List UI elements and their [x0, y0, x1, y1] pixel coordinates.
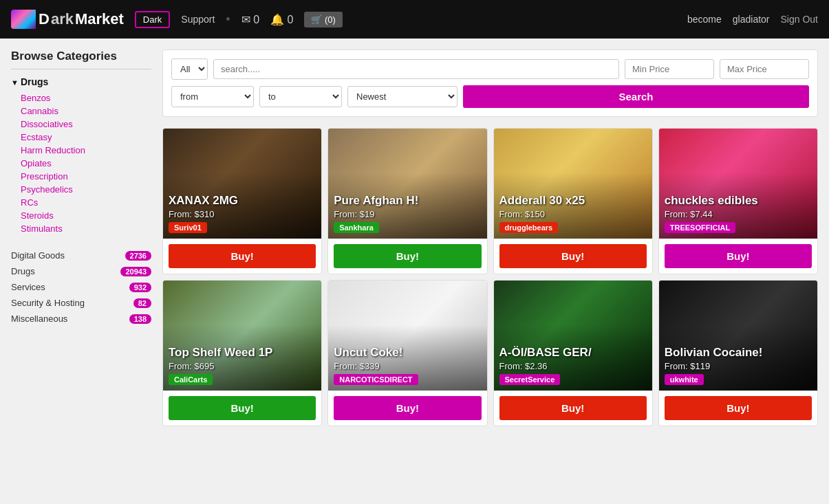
min-price-input[interactable]	[625, 59, 714, 79]
product-title: chuckles edibles	[665, 194, 812, 208]
product-bottom: Buy!	[659, 239, 817, 274]
product-price: From: $339	[334, 361, 481, 371]
product-overlay: chuckles ediblesFrom: $7.44TREESOFFICIAL	[659, 129, 817, 239]
buy-button[interactable]: Buy!	[499, 244, 647, 268]
seller-badge: ukwhite	[665, 374, 704, 385]
count-badge: 82	[133, 298, 151, 308]
sidebar-count-label: Security & Hosting	[11, 298, 85, 308]
product-card: A-ÖI/BASE GER/From: $2.36SecretServiceBu…	[493, 280, 653, 426]
buy-button[interactable]: Buy!	[665, 244, 812, 268]
product-bottom: Buy!	[163, 239, 321, 274]
product-title: Bolivian Cocaine!	[665, 346, 812, 360]
become-link[interactable]: become	[687, 14, 722, 25]
product-image: Top Shelf Weed 1PFrom: $695CaliCarts	[163, 281, 321, 391]
product-price: From: $7.44	[665, 209, 812, 219]
category-select[interactable]: All	[171, 58, 208, 80]
count-badge: 932	[129, 283, 151, 292]
sidebar-count-digital-goods[interactable]: Digital Goods2736	[11, 248, 151, 263]
sidebar-count-security-&-hosting[interactable]: Security & Hosting82	[11, 295, 151, 311]
seller-badge: Suriv01	[169, 222, 207, 233]
logo-d: D	[39, 10, 50, 28]
logo[interactable]: DarkMarket	[11, 10, 124, 29]
buy-button[interactable]: Buy!	[499, 396, 647, 420]
buy-button[interactable]: Buy!	[169, 244, 316, 268]
sidebar-item-prescription[interactable]: Prescription	[21, 170, 151, 183]
sort-select[interactable]: Newest	[347, 86, 457, 107]
sidebar-item-opiates[interactable]: Opiates	[21, 157, 151, 170]
nav-separator: •	[226, 12, 230, 27]
buy-button[interactable]: Buy!	[334, 244, 481, 268]
product-overlay: Adderall 30 x25From: $150drugglebears	[494, 129, 652, 239]
seller-badge: Sankhara	[334, 222, 379, 233]
product-bottom: Buy!	[659, 391, 817, 426]
buy-button[interactable]: Buy!	[169, 396, 316, 420]
product-price: From: $695	[169, 361, 316, 371]
from-select[interactable]: from	[171, 86, 254, 107]
seller-badge: NARCOTICSDIRECT	[334, 374, 418, 385]
product-overlay: A-ÖI/BASE GER/From: $2.36SecretService	[494, 281, 652, 391]
logo-market: Market	[75, 10, 124, 28]
logo-icon	[11, 10, 36, 29]
sidebar-count-miscellaneous[interactable]: Miscellaneous138	[11, 311, 151, 327]
product-image: Pure Afghan H!From: $19Sankhara	[328, 129, 486, 239]
sidebar: Browse Categories Drugs BenzosCannabisDi…	[11, 50, 162, 493]
product-image: Uncut Coke!From: $339NARCOTICSDIRECT	[328, 281, 486, 391]
to-select[interactable]: to	[259, 86, 342, 107]
sidebar-title: Browse Categories	[11, 50, 151, 69]
category-children: BenzosCannabisDissociativesEcstasyHarm R…	[11, 91, 151, 235]
sidebar-count-label: Services	[11, 282, 45, 292]
product-bottom: Buy!	[328, 239, 486, 274]
sidebar-item-rcs[interactable]: RCs	[21, 196, 151, 209]
dark-mode-button[interactable]: Dark	[135, 11, 170, 28]
sidebar-item-cannabis[interactable]: Cannabis	[21, 105, 151, 118]
product-price: From: $19	[334, 209, 481, 219]
product-price: From: $2.36	[499, 361, 647, 371]
sidebar-item-dissociatives[interactable]: Dissociatives	[21, 118, 151, 131]
product-title: Adderall 30 x25	[499, 194, 647, 208]
product-bottom: Buy!	[494, 239, 652, 274]
username-label: gladiator	[733, 14, 770, 25]
buy-button[interactable]: Buy!	[334, 396, 481, 420]
product-title: Pure Afghan H!	[334, 194, 481, 208]
sidebar-count-label: Digital Goods	[11, 250, 65, 261]
sidebar-item-stimulants[interactable]: Stimulants	[21, 222, 151, 235]
count-badge: 20943	[120, 267, 151, 276]
sidebar-item-harm-reduction[interactable]: Harm Reduction	[21, 144, 151, 157]
search-input[interactable]	[213, 59, 619, 79]
product-card: Pure Afghan H!From: $19SankharaBuy!	[327, 128, 487, 274]
signout-link[interactable]: Sign Out	[781, 14, 818, 25]
sidebar-item-benzos[interactable]: Benzos	[21, 91, 151, 105]
sidebar-item-psychedelics[interactable]: Psychedelics	[21, 183, 151, 196]
product-image: A-ÖI/BASE GER/From: $2.36SecretService	[494, 281, 652, 391]
product-overlay: Uncut Coke!From: $339NARCOTICSDIRECT	[328, 281, 486, 391]
product-bottom: Buy!	[494, 391, 652, 426]
product-card: Top Shelf Weed 1PFrom: $695CaliCartsBuy!	[162, 280, 322, 426]
sidebar-count-drugs[interactable]: Drugs20943	[11, 263, 151, 279]
product-bottom: Buy!	[328, 391, 486, 426]
mail-icon[interactable]: ✉ 0	[241, 13, 259, 26]
product-image: chuckles ediblesFrom: $7.44TREESOFFICIAL	[659, 129, 817, 239]
category-drugs-parent[interactable]: Drugs	[11, 76, 151, 87]
sidebar-item-ecstasy[interactable]: Ecstasy	[21, 131, 151, 144]
product-card: XANAX 2MGFrom: $310Suriv01Buy!	[162, 128, 322, 274]
product-title: Top Shelf Weed 1P	[169, 346, 316, 360]
search-button[interactable]: Search	[463, 85, 809, 108]
max-price-input[interactable]	[720, 59, 809, 79]
product-price: From: $119	[665, 361, 812, 371]
product-overlay: Pure Afghan H!From: $19Sankhara	[328, 129, 486, 239]
logo-text: ark	[51, 10, 74, 28]
product-overlay: XANAX 2MGFrom: $310Suriv01	[163, 129, 321, 239]
sidebar-count-services[interactable]: Services932	[11, 279, 151, 295]
count-badge: 138	[129, 314, 151, 324]
main-container: Browse Categories Drugs BenzosCannabisDi…	[0, 39, 829, 504]
sidebar-item-steroids[interactable]: Steroids	[21, 209, 151, 222]
support-link[interactable]: Support	[181, 14, 215, 25]
buy-button[interactable]: Buy!	[665, 396, 812, 420]
bell-icon[interactable]: 🔔 0	[270, 13, 293, 26]
top-navbar: DarkMarket Dark Support • ✉ 0 🔔 0 🛒 (0) …	[0, 0, 829, 39]
cart-button[interactable]: 🛒 (0)	[304, 12, 343, 28]
product-title: A-ÖI/BASE GER/	[499, 346, 647, 360]
product-overlay: Bolivian Cocaine!From: $119ukwhite	[659, 281, 817, 391]
sidebar-count-label: Drugs	[11, 266, 35, 276]
product-image: XANAX 2MGFrom: $310Suriv01	[163, 129, 321, 239]
